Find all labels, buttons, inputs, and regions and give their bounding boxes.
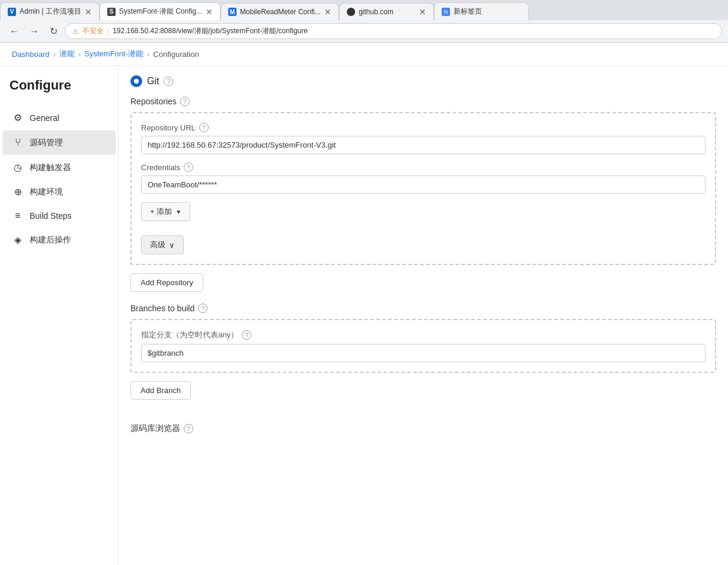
refresh-button[interactable]: ↻ [46, 24, 61, 38]
gear-icon: ⚙ [12, 112, 24, 123]
add-credentials-button[interactable]: + 添加 ▼ [141, 202, 190, 221]
repositories-help-icon[interactable]: ? [180, 97, 190, 106]
add-dropdown-arrow: ▼ [175, 209, 181, 215]
specify-branch-label: 指定分支（为空时代表any） ? [141, 330, 705, 340]
sidebar-title: Configure [0, 78, 118, 105]
git-title: Git [147, 76, 159, 87]
source-browser-help-icon[interactable]: ? [184, 424, 193, 433]
tab-title-2: SystemFont-潜能 Config... [119, 7, 202, 17]
credentials-group: Credentials ? [141, 162, 705, 194]
tab-title-5: 新标签页 [454, 7, 521, 17]
git-radio-button[interactable] [130, 75, 142, 87]
repo-url-label: Repository URL ? [141, 123, 705, 132]
source-icon: ⑂ [12, 136, 24, 149]
main-content: Git ? Repositories ? Repository URL ? Cr… [119, 66, 728, 565]
credentials-input[interactable] [141, 175, 705, 194]
browser-tab-1[interactable]: V Admin | 工作流项目 ✕ [0, 2, 100, 20]
tab-title-1: Admin | 工作流项目 [20, 7, 81, 17]
breadcrumb-qianneng[interactable]: 潜能 [59, 49, 75, 59]
postbuild-icon: ◈ [12, 234, 24, 245]
add-repository-button[interactable]: Add Repository [130, 273, 203, 292]
breadcrumb: Dashboard › 潜能 › SystemFont-潜能 › Configu… [0, 43, 728, 66]
address-bar[interactable]: ⚠ 不安全 | 192.168.50.42:8088/view/潜能/job/S… [65, 23, 722, 39]
tab-favicon-3: M [228, 8, 237, 16]
tab-close-3[interactable]: ✕ [324, 7, 331, 17]
tab-title-4: github.com [359, 8, 416, 16]
branches-help-icon[interactable]: ? [198, 304, 207, 313]
advanced-arrow: ∨ [169, 241, 175, 250]
page-layout: Configure ⚙ General ⑂ 源码管理 ◷ 构建触发器 ⊕ 构建环… [0, 66, 728, 565]
sidebar-label-postbuild: 构建后操作 [30, 235, 71, 245]
breadcrumb-systemfont[interactable]: SystemFont-潜能 [84, 49, 143, 59]
clock-icon: ◷ [12, 162, 24, 173]
sidebar-label-buildsteps: Build Steps [30, 211, 72, 221]
branch-input[interactable] [141, 344, 705, 362]
sidebar-label-triggers: 构建触发器 [30, 162, 71, 173]
branches-label: Branches to build [130, 304, 194, 313]
repo-url-input[interactable] [141, 136, 705, 154]
sidebar-item-buildsteps[interactable]: ≡ Build Steps [2, 205, 116, 227]
credentials-label: Credentials ? [141, 162, 705, 172]
source-browser-label-row: 源码库浏览器 ? [130, 423, 716, 434]
git-help-icon[interactable]: ? [164, 76, 173, 86]
repositories-label: Repositories ? [130, 97, 716, 106]
breadcrumb-configuration: Configuration [153, 50, 199, 59]
sidebar-item-postbuild[interactable]: ◈ 构建后操作 [2, 228, 116, 251]
forward-button[interactable]: → [26, 25, 43, 38]
sidebar-label-env: 构建环境 [30, 187, 63, 197]
repo-url-help-icon[interactable]: ? [199, 123, 209, 132]
browser-tab-4[interactable]: github.com ✕ [339, 3, 434, 20]
tab-title-3: MobileReadMeter Confi... [240, 8, 321, 16]
tab-favicon-5: N [442, 8, 450, 16]
sidebar: Configure ⚙ General ⑂ 源码管理 ◷ 构建触发器 ⊕ 构建环… [0, 66, 119, 565]
tab-close-4[interactable]: ✕ [419, 7, 426, 17]
branches-section: Branches to build ? 指定分支（为空时代表any） ? Add… [130, 304, 716, 411]
breadcrumb-sep-3: › [147, 50, 149, 59]
repo-url-group: Repository URL ? [141, 123, 705, 154]
advanced-label: 高级 [150, 240, 165, 250]
security-text: 不安全 [82, 26, 104, 36]
address-separator: | [107, 27, 109, 36]
back-button[interactable]: ← [6, 25, 23, 38]
browser-tabs: V Admin | 工作流项目 ✕ S SystemFont-潜能 Config… [0, 0, 728, 20]
breadcrumb-dashboard[interactable]: Dashboard [12, 50, 50, 59]
add-branch-button[interactable]: Add Branch [130, 381, 191, 400]
tab-favicon-2: S [107, 8, 116, 16]
sidebar-item-source[interactable]: ⑂ 源码管理 [2, 130, 116, 155]
address-text: 192.168.50.42:8088/view/潜能/job/SystemFon… [113, 26, 308, 36]
add-credentials-label: + 添加 [150, 206, 172, 217]
tab-favicon-4 [347, 8, 355, 16]
address-bar-container: ← → ↻ ⚠ 不安全 | 192.168.50.42:8088/view/潜能… [0, 20, 728, 43]
specify-branch-help-icon[interactable]: ? [242, 330, 251, 340]
tab-close-1[interactable]: ✕ [85, 7, 92, 17]
tab-close-2[interactable]: ✕ [206, 7, 213, 17]
browser-tab-5[interactable]: N 新标签页 [434, 2, 529, 20]
sidebar-label-general: General [30, 113, 59, 123]
browser-tab-3[interactable]: M MobileReadMeter Confi... ✕ [221, 3, 339, 20]
git-section-header: Git ? [130, 75, 716, 87]
sidebar-label-source: 源码管理 [30, 138, 63, 148]
advanced-toggle-button[interactable]: 高级 ∨ [141, 235, 184, 254]
breadcrumb-sep-1: › [53, 50, 56, 59]
globe-icon: ⊕ [12, 186, 24, 197]
sidebar-item-general[interactable]: ⚙ General [2, 106, 116, 129]
source-browser-section: 源码库浏览器 ? [130, 423, 716, 434]
credentials-help-icon[interactable]: ? [184, 162, 193, 172]
tab-favicon-1: V [8, 8, 16, 16]
breadcrumb-sep-2: › [78, 50, 81, 59]
branches-dashed-box: 指定分支（为空时代表any） ? [130, 319, 716, 373]
browser-chrome: V Admin | 工作流项目 ✕ S SystemFont-潜能 Config… [0, 0, 728, 43]
branches-label-row: Branches to build ? [130, 304, 716, 313]
browser-tab-2[interactable]: S SystemFont-潜能 Config... ✕ [100, 2, 221, 20]
steps-icon: ≡ [12, 210, 24, 221]
security-warning: ⚠ [72, 27, 79, 36]
sidebar-item-env[interactable]: ⊕ 构建环境 [2, 180, 116, 203]
sidebar-item-triggers[interactable]: ◷ 构建触发器 [2, 156, 116, 179]
repository-dashed-box: Repository URL ? Credentials ? + 添加 ▼ [130, 112, 716, 265]
